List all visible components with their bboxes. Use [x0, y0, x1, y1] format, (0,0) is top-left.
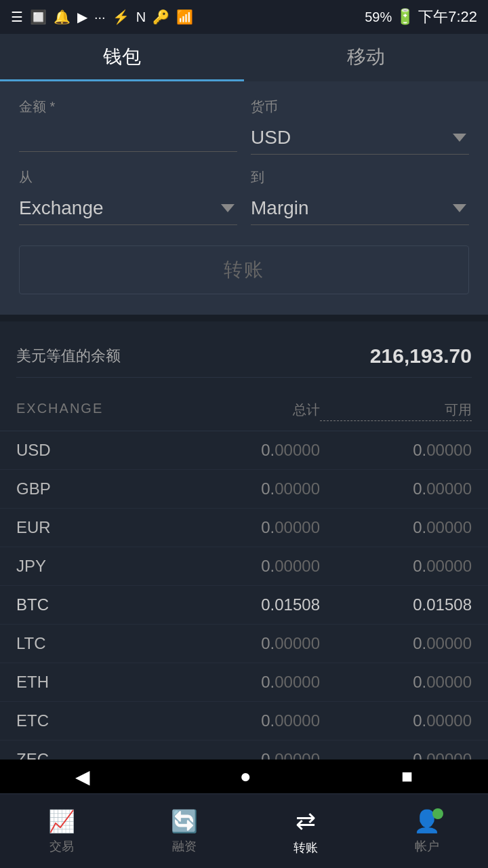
trade-icon: 📈: [48, 808, 75, 834]
cell-total: 0.00000: [168, 441, 320, 460]
header-available: 可用: [320, 401, 472, 421]
bluetooth-icon: ⚡: [113, 9, 129, 25]
table-row: ETC 0.00000 0.00000: [0, 702, 488, 741]
android-nav: ◀ ● ■: [0, 760, 488, 793]
header-total: 总计: [168, 401, 320, 421]
currency-group: 货币 USD: [251, 98, 469, 155]
cell-total: 0.00000: [168, 673, 320, 692]
cell-available: 0.00000: [320, 518, 472, 537]
from-select[interactable]: Exchange: [19, 192, 237, 225]
signal-icon: 📶: [176, 9, 193, 25]
table-row: EUR 0.00000 0.00000: [0, 509, 488, 547]
table-row: BTC 0.01508 0.01508: [0, 586, 488, 625]
from-dropdown-arrow: [221, 204, 235, 212]
dots-icon: ···: [94, 9, 106, 25]
currency-value: USD: [251, 127, 291, 149]
header-exchange: EXCHANGE: [16, 401, 168, 421]
status-icons-right: 59% 🔋 下午7:22: [365, 7, 477, 27]
table-row: JPY 0.00000 0.00000: [0, 547, 488, 586]
balance-section: 美元等值的余额 216,193.70: [0, 321, 488, 391]
cell-total: 0.00000: [168, 479, 320, 498]
home-button[interactable]: ●: [240, 766, 251, 787]
tab-bar: 钱包 移动: [0, 34, 488, 81]
cell-currency: ETC: [16, 711, 168, 730]
cell-available: 0.00000: [320, 634, 472, 653]
cell-available: 0.00000: [320, 557, 472, 576]
to-group: 到 Margin: [251, 168, 469, 225]
nfc-icon: N: [136, 9, 146, 25]
nav-trade[interactable]: 📈 交易: [48, 808, 75, 854]
transfer-icon: ⇄: [296, 807, 316, 835]
account-label: 帐户: [415, 838, 439, 854]
cell-currency: LTC: [16, 634, 168, 653]
cell-available: 0.01508: [320, 595, 472, 614]
finance-icon: 🔄: [171, 808, 198, 834]
amount-label: 金额 *: [19, 98, 237, 116]
online-indicator: [432, 808, 443, 819]
battery-percent: 59%: [365, 9, 392, 25]
cell-currency: JPY: [16, 557, 168, 576]
transfer-label: 转账: [293, 840, 318, 856]
cell-currency: GBP: [16, 479, 168, 498]
status-icons-left: ☰ 🔲 🔔 ▶ ··· ⚡ N 🔑 📶: [11, 9, 193, 25]
to-value: Margin: [251, 197, 309, 219]
cell-currency: EUR: [16, 518, 168, 537]
table-row: USD 0.00000 0.00000: [0, 431, 488, 470]
cell-total: 0.00000: [168, 557, 320, 576]
from-label: 从: [19, 168, 237, 186]
send-icon: ▶: [77, 9, 87, 25]
menu-icon: ☰: [11, 9, 23, 25]
cell-currency: ETH: [16, 673, 168, 692]
app-icon: 🔲: [30, 9, 47, 25]
amount-input[interactable]: [19, 121, 237, 152]
to-select[interactable]: Margin: [251, 192, 469, 225]
balance-value: 216,193.70: [370, 344, 472, 368]
transfer-button[interactable]: 转账: [19, 245, 469, 294]
to-dropdown-arrow: [453, 204, 466, 212]
cell-total: 0.01508: [168, 595, 320, 614]
cell-total: 0.00000: [168, 711, 320, 730]
currency-select[interactable]: USD: [251, 121, 469, 155]
amount-group: 金额 *: [19, 98, 237, 155]
battery-icon: 🔋: [396, 8, 414, 26]
nav-transfer[interactable]: ⇄ 转账: [293, 807, 318, 856]
to-label: 到: [251, 168, 469, 186]
cell-total: 0.00000: [168, 518, 320, 537]
bell-icon: 🔔: [54, 9, 70, 25]
table-row: ETH 0.00000 0.00000: [0, 663, 488, 702]
from-group: 从 Exchange: [19, 168, 237, 225]
recent-button[interactable]: ■: [401, 766, 413, 787]
cell-total: 0.00000: [168, 634, 320, 653]
table-row: GBP 0.00000 0.00000: [0, 470, 488, 509]
currency-dropdown-arrow: [453, 134, 466, 142]
currency-label: 货币: [251, 98, 469, 116]
balance-label: 美元等值的余额: [16, 346, 121, 366]
bottom-nav: 📈 交易 🔄 融资 ⇄ 转账 👤 帐户: [0, 793, 488, 868]
cell-available: 0.00000: [320, 673, 472, 692]
status-bar: ☰ 🔲 🔔 ▶ ··· ⚡ N 🔑 📶 59% 🔋 下午7:22: [0, 0, 488, 34]
table-row: LTC 0.00000 0.00000: [0, 625, 488, 663]
table-header: EXCHANGE 总计 可用: [0, 391, 488, 431]
time: 下午7:22: [418, 7, 477, 27]
cell-available: 0.00000: [320, 711, 472, 730]
trade-label: 交易: [49, 838, 74, 854]
nav-finance[interactable]: 🔄 融资: [171, 808, 198, 854]
cell-available: 0.00000: [320, 441, 472, 460]
from-value: Exchange: [19, 197, 104, 219]
tab-move[interactable]: 移动: [244, 34, 488, 81]
key-icon: 🔑: [152, 9, 169, 25]
tab-wallet[interactable]: 钱包: [0, 34, 244, 81]
cell-currency: USD: [16, 441, 168, 460]
transfer-form: 金额 * 货币 USD 从 Exchange: [0, 81, 488, 315]
cell-available: 0.00000: [320, 479, 472, 498]
balance-row: 美元等值的余额 216,193.70: [16, 335, 472, 378]
finance-label: 融资: [172, 838, 197, 854]
section-divider: [0, 315, 488, 321]
back-button[interactable]: ◀: [75, 766, 90, 788]
nav-account[interactable]: 👤 帐户: [413, 808, 441, 854]
cell-currency: BTC: [16, 595, 168, 614]
